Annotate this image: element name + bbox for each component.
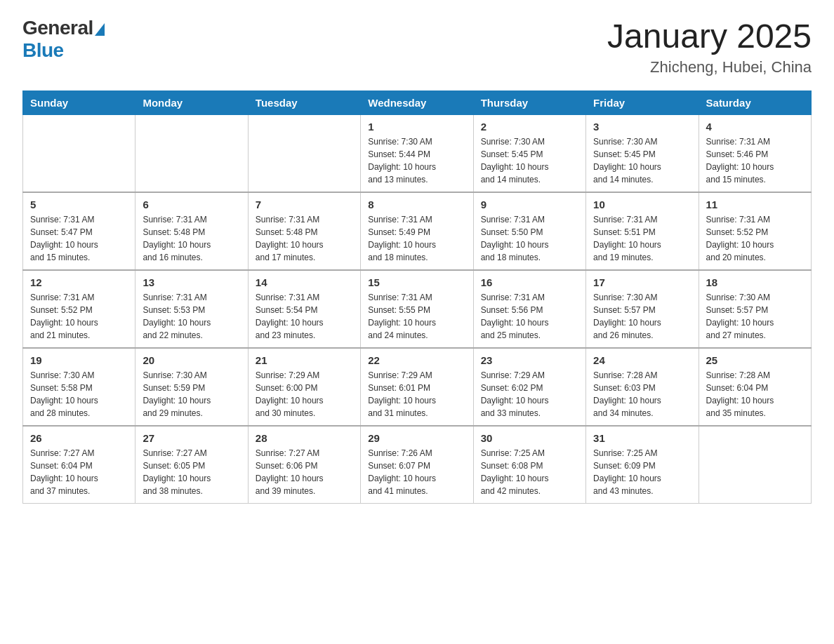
logo-blue-text: Blue <box>22 39 64 62</box>
day-number: 31 <box>593 432 691 444</box>
day-number: 10 <box>593 199 691 210</box>
calendar-table: SundayMondayTuesdayWednesdayThursdayFrid… <box>22 90 812 504</box>
day-number: 29 <box>368 432 465 444</box>
weekday-header-sunday: Sunday <box>23 91 135 115</box>
day-number: 7 <box>256 199 353 210</box>
day-number: 22 <box>368 354 465 366</box>
day-info: Sunrise: 7:30 AM Sunset: 5:59 PM Dayligh… <box>143 369 240 420</box>
calendar-subtitle: Zhicheng, Hubei, China <box>607 58 812 76</box>
calendar-cell: 23Sunrise: 7:29 AM Sunset: 6:02 PM Dayli… <box>473 348 585 426</box>
day-number: 28 <box>256 432 353 444</box>
day-number: 1 <box>368 121 465 133</box>
day-number: 12 <box>30 276 128 288</box>
calendar-cell: 14Sunrise: 7:31 AM Sunset: 5:54 PM Dayli… <box>248 270 360 348</box>
day-info: Sunrise: 7:30 AM Sunset: 5:45 PM Dayligh… <box>481 135 578 186</box>
week-row-2: 5Sunrise: 7:31 AM Sunset: 5:47 PM Daylig… <box>23 192 812 270</box>
day-info: Sunrise: 7:31 AM Sunset: 5:52 PM Dayligh… <box>30 291 128 342</box>
week-row-1: 1Sunrise: 7:30 AM Sunset: 5:44 PM Daylig… <box>23 115 812 193</box>
day-number: 20 <box>143 354 240 366</box>
day-number: 4 <box>706 121 804 133</box>
day-number: 23 <box>481 354 578 366</box>
day-info: Sunrise: 7:30 AM Sunset: 5:45 PM Dayligh… <box>593 135 691 186</box>
calendar-cell <box>135 115 248 193</box>
day-info: Sunrise: 7:29 AM Sunset: 6:02 PM Dayligh… <box>481 369 578 420</box>
day-info: Sunrise: 7:31 AM Sunset: 5:48 PM Dayligh… <box>256 213 353 264</box>
calendar-cell: 21Sunrise: 7:29 AM Sunset: 6:00 PM Dayli… <box>248 348 360 426</box>
calendar-cell: 13Sunrise: 7:31 AM Sunset: 5:53 PM Dayli… <box>135 270 248 348</box>
header-row: SundayMondayTuesdayWednesdayThursdayFrid… <box>23 91 812 115</box>
calendar-cell: 25Sunrise: 7:28 AM Sunset: 6:04 PM Dayli… <box>699 348 811 426</box>
calendar-cell: 11Sunrise: 7:31 AM Sunset: 5:52 PM Dayli… <box>699 192 811 270</box>
day-info: Sunrise: 7:31 AM Sunset: 5:50 PM Dayligh… <box>481 213 578 264</box>
day-info: Sunrise: 7:31 AM Sunset: 5:56 PM Dayligh… <box>481 291 578 342</box>
day-info: Sunrise: 7:31 AM Sunset: 5:49 PM Dayligh… <box>368 213 465 264</box>
calendar-cell: 4Sunrise: 7:31 AM Sunset: 5:46 PM Daylig… <box>699 115 811 193</box>
calendar-cell: 8Sunrise: 7:31 AM Sunset: 5:49 PM Daylig… <box>361 192 473 270</box>
week-row-3: 12Sunrise: 7:31 AM Sunset: 5:52 PM Dayli… <box>23 270 812 348</box>
day-info: Sunrise: 7:31 AM Sunset: 5:52 PM Dayligh… <box>706 213 804 264</box>
calendar-cell: 19Sunrise: 7:30 AM Sunset: 5:58 PM Dayli… <box>23 348 135 426</box>
day-info: Sunrise: 7:30 AM Sunset: 5:57 PM Dayligh… <box>593 291 691 342</box>
calendar-cell: 27Sunrise: 7:27 AM Sunset: 6:05 PM Dayli… <box>135 426 248 504</box>
day-number: 24 <box>593 354 691 366</box>
calendar-cell: 31Sunrise: 7:25 AM Sunset: 6:09 PM Dayli… <box>586 426 699 504</box>
day-number: 2 <box>481 121 578 133</box>
day-number: 17 <box>593 276 691 288</box>
day-number: 9 <box>481 199 578 210</box>
day-number: 21 <box>256 354 353 366</box>
day-info: Sunrise: 7:27 AM Sunset: 6:05 PM Dayligh… <box>143 447 240 497</box>
day-info: Sunrise: 7:31 AM Sunset: 5:54 PM Dayligh… <box>256 291 353 342</box>
calendar-cell: 28Sunrise: 7:27 AM Sunset: 6:06 PM Dayli… <box>248 426 360 504</box>
logo: General Blue <box>22 17 105 62</box>
weekday-header-thursday: Thursday <box>473 91 585 115</box>
calendar-cell: 20Sunrise: 7:30 AM Sunset: 5:59 PM Dayli… <box>135 348 248 426</box>
calendar-cell: 9Sunrise: 7:31 AM Sunset: 5:50 PM Daylig… <box>473 192 585 270</box>
weekday-header-tuesday: Tuesday <box>248 91 360 115</box>
calendar-cell: 26Sunrise: 7:27 AM Sunset: 6:04 PM Dayli… <box>23 426 135 504</box>
day-info: Sunrise: 7:27 AM Sunset: 6:04 PM Dayligh… <box>30 447 128 497</box>
day-info: Sunrise: 7:29 AM Sunset: 6:01 PM Dayligh… <box>368 369 465 420</box>
day-number: 8 <box>368 199 465 210</box>
page-header: General Blue January 2025 Zhicheng, Hube… <box>22 17 812 76</box>
day-number: 27 <box>143 432 240 444</box>
weekday-header-wednesday: Wednesday <box>361 91 473 115</box>
calendar-cell: 2Sunrise: 7:30 AM Sunset: 5:45 PM Daylig… <box>473 115 585 193</box>
logo-triangle-icon <box>95 23 105 36</box>
calendar-cell: 29Sunrise: 7:26 AM Sunset: 6:07 PM Dayli… <box>361 426 473 504</box>
calendar-cell: 16Sunrise: 7:31 AM Sunset: 5:56 PM Dayli… <box>473 270 585 348</box>
day-info: Sunrise: 7:31 AM Sunset: 5:55 PM Dayligh… <box>368 291 465 342</box>
day-info: Sunrise: 7:31 AM Sunset: 5:51 PM Dayligh… <box>593 213 691 264</box>
calendar-cell: 6Sunrise: 7:31 AM Sunset: 5:48 PM Daylig… <box>135 192 248 270</box>
day-info: Sunrise: 7:30 AM Sunset: 5:57 PM Dayligh… <box>706 291 804 342</box>
calendar-cell: 15Sunrise: 7:31 AM Sunset: 5:55 PM Dayli… <box>361 270 473 348</box>
week-row-5: 26Sunrise: 7:27 AM Sunset: 6:04 PM Dayli… <box>23 426 812 504</box>
day-info: Sunrise: 7:31 AM Sunset: 5:46 PM Dayligh… <box>706 135 804 186</box>
logo-general-text: General <box>22 17 93 39</box>
calendar-cell: 18Sunrise: 7:30 AM Sunset: 5:57 PM Dayli… <box>699 270 811 348</box>
calendar-cell: 5Sunrise: 7:31 AM Sunset: 5:47 PM Daylig… <box>23 192 135 270</box>
day-info: Sunrise: 7:28 AM Sunset: 6:03 PM Dayligh… <box>593 369 691 420</box>
day-info: Sunrise: 7:31 AM Sunset: 5:53 PM Dayligh… <box>143 291 240 342</box>
week-row-4: 19Sunrise: 7:30 AM Sunset: 5:58 PM Dayli… <box>23 348 812 426</box>
day-number: 16 <box>481 276 578 288</box>
day-info: Sunrise: 7:30 AM Sunset: 5:58 PM Dayligh… <box>30 369 128 420</box>
day-info: Sunrise: 7:29 AM Sunset: 6:00 PM Dayligh… <box>256 369 353 420</box>
day-number: 18 <box>706 276 804 288</box>
day-number: 13 <box>143 276 240 288</box>
day-number: 14 <box>256 276 353 288</box>
weekday-header-friday: Friday <box>586 91 699 115</box>
day-number: 19 <box>30 354 128 366</box>
day-number: 30 <box>481 432 578 444</box>
calendar-cell: 1Sunrise: 7:30 AM Sunset: 5:44 PM Daylig… <box>361 115 473 193</box>
day-info: Sunrise: 7:31 AM Sunset: 5:48 PM Dayligh… <box>143 213 240 264</box>
calendar-cell <box>248 115 360 193</box>
day-number: 25 <box>706 354 804 366</box>
title-section: January 2025 Zhicheng, Hubei, China <box>607 17 812 76</box>
calendar-cell: 12Sunrise: 7:31 AM Sunset: 5:52 PM Dayli… <box>23 270 135 348</box>
calendar-cell: 7Sunrise: 7:31 AM Sunset: 5:48 PM Daylig… <box>248 192 360 270</box>
calendar-cell <box>699 426 811 504</box>
day-number: 3 <box>593 121 691 133</box>
day-number: 6 <box>143 199 240 210</box>
calendar-cell: 3Sunrise: 7:30 AM Sunset: 5:45 PM Daylig… <box>586 115 699 193</box>
day-number: 15 <box>368 276 465 288</box>
